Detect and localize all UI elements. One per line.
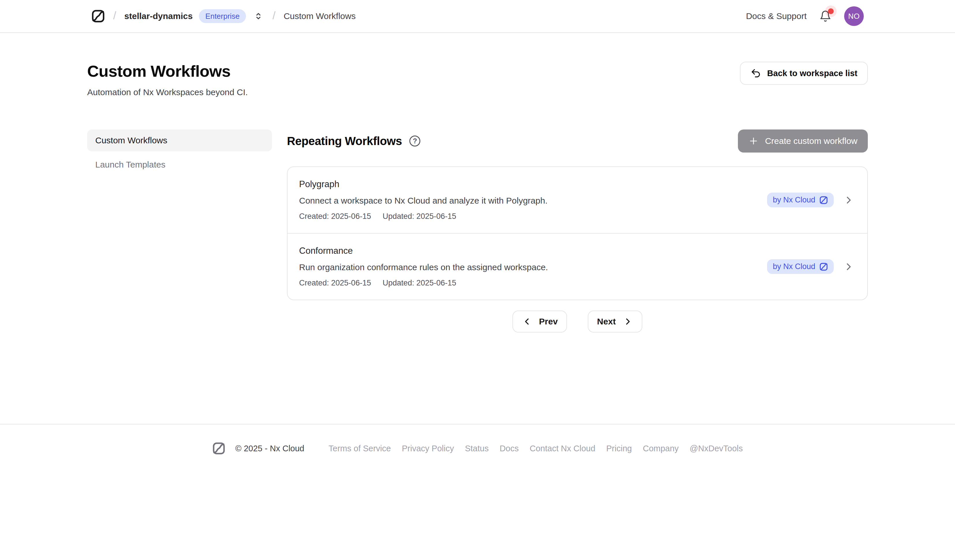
workflow-name: Polygraph — [299, 179, 547, 189]
breadcrumb: / stellar-dynamics Enterprise / Custom W… — [91, 9, 356, 23]
workflow-row-conformance[interactable]: Conformance Run organization conformance… — [288, 233, 867, 299]
workflow-updated: Updated: 2025-06-15 — [382, 279, 456, 287]
nx-logo-icon — [212, 442, 225, 455]
workflow-updated: Updated: 2025-06-15 — [382, 212, 456, 221]
workflow-description: Connect a workspace to Nx Cloud and anal… — [299, 196, 547, 206]
next-page-button[interactable]: Next — [588, 310, 642, 332]
footer-link-company[interactable]: Company — [643, 444, 679, 453]
notification-dot — [828, 8, 834, 14]
workflow-created: Created: 2025-06-15 — [299, 279, 371, 287]
plan-badge: Enterprise — [199, 9, 246, 23]
user-avatar[interactable]: NO — [844, 6, 864, 26]
nx-logo-icon — [819, 262, 828, 271]
chevron-right-icon — [623, 316, 633, 327]
sidebar-item-launch-templates[interactable]: Launch Templates — [87, 154, 272, 176]
footer-link-privacy[interactable]: Privacy Policy — [402, 444, 454, 453]
navbar-actions: Docs & Support NO — [746, 6, 864, 26]
nx-logo-icon[interactable] — [91, 9, 105, 23]
notifications-button[interactable] — [819, 10, 831, 22]
page-title: Custom Workflows — [87, 62, 248, 80]
by-nx-cloud-badge[interactable]: by Nx Cloud — [767, 193, 834, 207]
help-icon[interactable]: ? — [409, 136, 420, 147]
workflow-row-polygraph[interactable]: Polygraph Connect a workspace to Nx Clou… — [288, 167, 867, 233]
settings-sidebar: Custom Workflows Launch Templates — [87, 129, 272, 332]
footer-link-nxdevtools[interactable]: @NxDevTools — [690, 444, 743, 453]
footer-link-docs[interactable]: Docs — [500, 444, 519, 453]
chevron-right-icon — [843, 194, 855, 206]
repeating-workflows-section: Repeating Workflows ? Create custom work… — [287, 129, 868, 332]
back-to-workspace-list-button[interactable]: Back to workspace list — [740, 62, 868, 85]
breadcrumb-separator: / — [113, 9, 116, 22]
pagination: Prev Next — [287, 310, 868, 332]
footer-link-status[interactable]: Status — [465, 444, 488, 453]
workflow-created: Created: 2025-06-15 — [299, 212, 371, 221]
app-root: / stellar-dynamics Enterprise / Custom W… — [0, 0, 955, 560]
top-navbar: / stellar-dynamics Enterprise / Custom W… — [0, 0, 955, 33]
footer-link-contact[interactable]: Contact Nx Cloud — [530, 444, 595, 453]
footer-links: Terms of Service Privacy Policy Status D… — [329, 444, 743, 453]
by-nx-cloud-badge[interactable]: by Nx Cloud — [767, 259, 834, 274]
nx-logo-icon — [819, 196, 828, 204]
section-title: Repeating Workflows — [287, 135, 402, 148]
undo-arrow-icon — [750, 68, 761, 79]
sidebar-item-custom-workflows[interactable]: Custom Workflows — [87, 129, 272, 151]
page-subtitle: Automation of Nx Workspaces beyond CI. — [87, 87, 248, 97]
breadcrumb-separator: / — [272, 9, 276, 22]
chevron-left-icon — [522, 316, 532, 327]
workspace-switcher-button[interactable] — [252, 10, 265, 22]
chevron-right-icon — [843, 261, 855, 273]
workflow-description: Run organization conformance rules on th… — [299, 262, 548, 272]
footer-link-pricing[interactable]: Pricing — [606, 444, 632, 453]
breadcrumb-page: Custom Workflows — [283, 11, 356, 21]
workflow-meta: Created: 2025-06-15 Updated: 2025-06-15 — [299, 212, 547, 221]
copyright: © 2025 - Nx Cloud — [235, 444, 304, 453]
create-custom-workflow-button[interactable]: Create custom workflow — [738, 129, 868, 153]
footer: © 2025 - Nx Cloud Terms of Service Priva… — [0, 424, 955, 472]
breadcrumb-workspace[interactable]: stellar-dynamics — [124, 11, 193, 21]
plus-icon — [748, 136, 759, 146]
workflow-list: Polygraph Connect a workspace to Nx Clou… — [287, 166, 868, 300]
chevrons-up-down-icon — [254, 11, 263, 21]
prev-page-button[interactable]: Prev — [512, 310, 567, 332]
footer-link-terms[interactable]: Terms of Service — [329, 444, 391, 453]
workflow-meta: Created: 2025-06-15 Updated: 2025-06-15 — [299, 279, 548, 287]
main-section: Custom Workflows Automation of Nx Worksp… — [0, 33, 955, 424]
page-header: Custom Workflows Automation of Nx Worksp… — [87, 62, 248, 97]
workflow-name: Conformance — [299, 246, 548, 256]
docs-support-link[interactable]: Docs & Support — [746, 11, 806, 21]
